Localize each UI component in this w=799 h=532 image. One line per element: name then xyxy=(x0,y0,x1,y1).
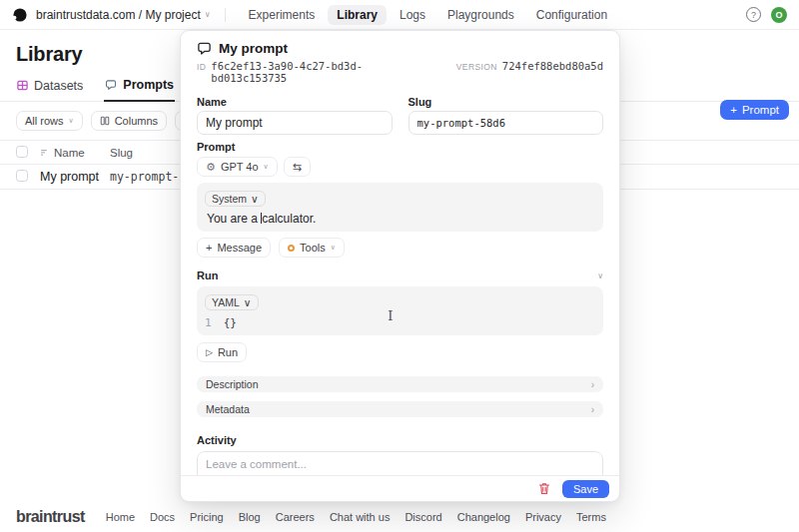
footer-link-chat[interactable]: Chat with us xyxy=(330,511,391,523)
system-text-after: calculator. xyxy=(262,212,316,226)
footer-link-changelog[interactable]: Changelog xyxy=(457,511,510,523)
swap-model-button[interactable]: ⇆ xyxy=(284,157,311,177)
add-message-label: Message xyxy=(217,242,262,254)
nav-tab-logs[interactable]: Logs xyxy=(391,5,434,25)
comment-box xyxy=(197,451,603,475)
slug-field-label: Slug xyxy=(408,96,604,108)
modal-content: My prompt ID f6c2ef13-3a90-4c27-bd3d-bd0… xyxy=(181,31,619,475)
run-section-label: Run xyxy=(197,269,218,281)
prompt-detail-modal: My prompt ID f6c2ef13-3a90-4c27-bd3d-bd0… xyxy=(180,30,620,502)
rows-filter-dropdown[interactable]: All rows ∨ xyxy=(16,111,83,131)
braintrust-logo-icon xyxy=(12,7,28,23)
footer-link-discord[interactable]: Discord xyxy=(404,511,441,523)
site-footer: braintrust Home Docs Pricing Blog Career… xyxy=(0,502,799,532)
nav-tab-experiments[interactable]: Experiments xyxy=(240,5,325,25)
system-text-before: You are a xyxy=(207,212,261,226)
new-prompt-button[interactable]: + Prompt xyxy=(720,100,789,120)
footer-link-home[interactable]: Home xyxy=(106,511,135,523)
name-field-label: Name xyxy=(197,96,393,108)
datasets-icon xyxy=(17,80,28,91)
row-name-cell: My prompt xyxy=(40,170,110,184)
modal-footer: Save xyxy=(181,475,619,501)
name-column-header: Name xyxy=(54,147,85,159)
nav-tab-playgrounds[interactable]: Playgrounds xyxy=(438,5,523,25)
version-label: VERSION xyxy=(456,62,497,72)
run-input-editor[interactable]: YAML ∨ 1 {} I xyxy=(197,286,603,335)
slug-field[interactable] xyxy=(408,111,604,135)
chevron-right-icon: › xyxy=(591,379,594,390)
openai-icon: ⚙ xyxy=(206,162,216,173)
tab-datasets-label: Datasets xyxy=(34,79,83,93)
line-number: 1 xyxy=(205,316,212,329)
tools-label: Tools xyxy=(300,242,326,254)
breadcrumb-label: braintrustdata.com / My project xyxy=(36,8,201,22)
yaml-format-dropdown[interactable]: YAML ∨ xyxy=(205,294,259,310)
yaml-format-label: YAML xyxy=(212,296,240,308)
columns-button[interactable]: Columns xyxy=(91,111,167,131)
nav-tabs: Experiments Library Logs Playgrounds Con… xyxy=(240,5,617,25)
collapse-run-icon[interactable]: ∨ xyxy=(597,271,603,280)
code-line: 1 {} xyxy=(205,316,595,329)
comment-input[interactable] xyxy=(198,452,602,475)
ibeam-cursor-icon: I xyxy=(388,308,393,323)
help-icon[interactable]: ? xyxy=(746,7,761,22)
columns-icon xyxy=(100,116,110,126)
run-section-header: Run ∨ xyxy=(197,269,603,281)
header-name-cell[interactable]: Name xyxy=(40,147,110,159)
row-checkbox-cell xyxy=(16,170,40,185)
system-message-text[interactable]: You are a calculator. xyxy=(205,212,595,226)
run-button-label: Run xyxy=(218,346,238,358)
chat-bubble-icon xyxy=(105,79,117,91)
columns-label: Columns xyxy=(115,115,158,127)
chevron-down-icon: ∨ xyxy=(69,117,74,125)
plus-icon: + xyxy=(206,242,212,254)
add-message-button[interactable]: + Message xyxy=(197,238,271,258)
delete-button[interactable] xyxy=(534,480,554,498)
metadata-label: Metadata xyxy=(206,403,250,415)
nav-tab-library[interactable]: Library xyxy=(328,5,387,25)
trash-icon xyxy=(538,482,550,495)
tab-prompts[interactable]: Prompts xyxy=(104,78,175,102)
footer-link-docs[interactable]: Docs xyxy=(150,511,175,523)
footer-link-privacy[interactable]: Privacy xyxy=(525,511,561,523)
tab-prompts-label: Prompts xyxy=(123,78,174,92)
chevron-down-icon: ∨ xyxy=(264,163,269,171)
top-navigation: braintrustdata.com / My project ∨ Experi… xyxy=(0,0,799,30)
id-version-row: ID f6c2ef13-3a90-4c27-bd3d-bd013c153735 … xyxy=(197,60,603,84)
nav-tab-configuration[interactable]: Configuration xyxy=(527,5,616,25)
plus-icon: + xyxy=(730,104,737,116)
activity-section-label: Activity xyxy=(197,434,603,446)
tab-datasets[interactable]: Datasets xyxy=(16,78,84,101)
tools-dropdown[interactable]: Tools ∨ xyxy=(279,238,345,258)
footer-link-pricing[interactable]: Pricing xyxy=(190,511,224,523)
chat-bubble-icon xyxy=(197,41,212,56)
metadata-section[interactable]: Metadata › xyxy=(197,401,603,417)
message-role-dropdown[interactable]: System ∨ xyxy=(205,191,266,207)
select-all-checkbox[interactable] xyxy=(16,146,28,158)
system-message-box: System ∨ You are a calculator. xyxy=(197,183,603,232)
chevron-down-icon: ∨ xyxy=(331,244,336,252)
modal-title-row: My prompt xyxy=(197,41,603,56)
user-avatar[interactable]: O xyxy=(771,7,787,23)
name-field[interactable] xyxy=(197,111,393,135)
model-name: GPT 4o xyxy=(221,161,259,173)
model-row: ⚙ GPT 4o ∨ ⇆ xyxy=(197,157,603,177)
sort-icon xyxy=(40,148,49,157)
tools-icon xyxy=(288,245,295,252)
chevron-down-icon: ∨ xyxy=(244,296,252,308)
nav-right-group: ? O xyxy=(746,7,787,23)
message-actions-row: + Message Tools ∨ xyxy=(197,238,603,258)
row-checkbox[interactable] xyxy=(16,170,28,182)
description-section[interactable]: Description › xyxy=(197,376,603,392)
footer-link-careers[interactable]: Careers xyxy=(276,511,315,523)
chevron-down-icon: ∨ xyxy=(251,193,259,205)
project-breadcrumb[interactable]: braintrustdata.com / My project ∨ xyxy=(36,8,211,22)
footer-link-blog[interactable]: Blog xyxy=(239,511,261,523)
footer-link-terms[interactable]: Terms xyxy=(576,511,606,523)
model-selector[interactable]: ⚙ GPT 4o ∨ xyxy=(197,157,278,177)
braintrust-wordmark: braintrust xyxy=(16,508,85,526)
message-role-label: System xyxy=(212,193,247,205)
name-slug-fields: Name Slug xyxy=(197,96,603,135)
save-button[interactable]: Save xyxy=(562,480,609,498)
run-button[interactable]: ▷ Run xyxy=(197,342,247,362)
